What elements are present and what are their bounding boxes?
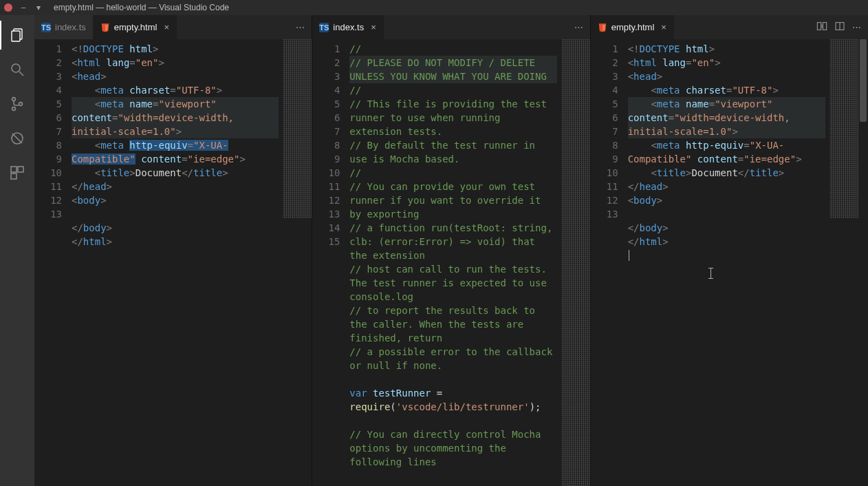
- tab-label: index.ts: [333, 22, 364, 32]
- more-actions-icon[interactable]: ⋯: [852, 22, 861, 32]
- tab-label: empty.html: [114, 22, 158, 32]
- more-actions-icon[interactable]: ⋯: [574, 22, 583, 32]
- minimap[interactable]: [561, 39, 590, 486]
- svg-rect-0: [14, 29, 22, 39]
- titlebar: – ▾ empty.html — hello-world — Visual St…: [0, 0, 868, 15]
- tab-index-ts[interactable]: TS index.ts ×: [312, 15, 383, 39]
- svg-rect-1: [12, 31, 20, 41]
- gutter: 12345678910111213: [34, 39, 72, 486]
- editor-group-2: TS index.ts × ⋯ 123456789101112131415 //…: [312, 15, 589, 486]
- window-maximize-button[interactable]: ▾: [34, 3, 43, 12]
- close-icon[interactable]: ×: [661, 22, 666, 32]
- svg-line-3: [19, 72, 23, 76]
- more-actions-icon[interactable]: ⋯: [296, 22, 305, 32]
- editor-3[interactable]: 12345678910111213 <!DOCTYPE html><html l…: [591, 39, 868, 486]
- svg-point-6: [19, 103, 23, 106]
- svg-point-5: [12, 107, 16, 111]
- svg-point-2: [12, 64, 20, 72]
- close-icon[interactable]: ×: [164, 22, 169, 32]
- open-changes-icon[interactable]: [816, 21, 827, 34]
- activity-bar: [0, 15, 34, 486]
- editor-area: TS index.ts empty.html × ⋯ 1234567891011…: [34, 15, 868, 486]
- text-cursor: [710, 268, 711, 279]
- svg-rect-10: [18, 167, 23, 172]
- split-editor-icon[interactable]: [834, 21, 845, 34]
- extensions-icon[interactable]: [0, 158, 34, 187]
- tabs-group-2: TS index.ts × ⋯: [312, 15, 589, 39]
- window-close-button[interactable]: [4, 3, 12, 12]
- tabs-group-1: TS index.ts empty.html × ⋯: [34, 15, 312, 39]
- svg-rect-11: [11, 173, 17, 179]
- editor-1[interactable]: 12345678910111213 <!DOCTYPE html><html l…: [34, 39, 312, 486]
- svg-point-4: [12, 98, 16, 101]
- close-icon[interactable]: ×: [371, 22, 376, 32]
- search-icon[interactable]: [0, 55, 34, 84]
- window-title: empty.html — hello-world — Visual Studio…: [54, 3, 229, 12]
- minimap[interactable]: [829, 39, 858, 218]
- svg-rect-13: [823, 23, 826, 30]
- tab-empty-html[interactable]: empty.html ×: [591, 15, 674, 39]
- workbench: TS index.ts empty.html × ⋯ 1234567891011…: [0, 15, 868, 486]
- tab-empty-html[interactable]: empty.html ×: [94, 15, 177, 39]
- svg-rect-9: [11, 167, 17, 172]
- tab-label: index.ts: [55, 22, 86, 32]
- tab-index-ts[interactable]: TS index.ts: [34, 15, 94, 39]
- window-minimize-button[interactable]: –: [19, 3, 28, 12]
- editor-group-3: empty.html × ⋯ 12345678910111213 <!DOCTY…: [590, 15, 868, 486]
- gutter: 12345678910111213: [591, 39, 628, 486]
- explorer-icon[interactable]: [0, 21, 34, 50]
- editor-group-1: TS index.ts empty.html × ⋯ 1234567891011…: [34, 15, 312, 486]
- code-area[interactable]: <!DOCTYPE html><html lang="en"><head> <m…: [628, 39, 829, 486]
- editor-2[interactable]: 123456789101112131415 //// PLEASE DO NOT…: [312, 39, 589, 486]
- scrollbar-thumb[interactable]: [860, 39, 867, 122]
- debug-icon[interactable]: [0, 124, 34, 153]
- code-area[interactable]: <!DOCTYPE html><html lang="en"><head> <m…: [72, 39, 283, 486]
- svg-line-8: [12, 134, 22, 143]
- scrollbar[interactable]: [858, 39, 868, 486]
- ts-file-icon: TS: [41, 23, 51, 32]
- gutter: 123456789101112131415: [312, 39, 349, 486]
- scm-icon[interactable]: [0, 89, 34, 118]
- tabs-group-3: empty.html × ⋯: [591, 15, 868, 39]
- minimap[interactable]: [283, 39, 312, 218]
- code-area[interactable]: //// PLEASE DO NOT MODIFY / DELETE UNLES…: [349, 39, 561, 486]
- tab-label: empty.html: [611, 22, 655, 32]
- ts-file-icon: TS: [319, 23, 329, 32]
- svg-point-7: [12, 133, 23, 144]
- html-file-icon: [598, 23, 607, 32]
- html-file-icon: [100, 23, 110, 32]
- svg-rect-12: [817, 23, 821, 30]
